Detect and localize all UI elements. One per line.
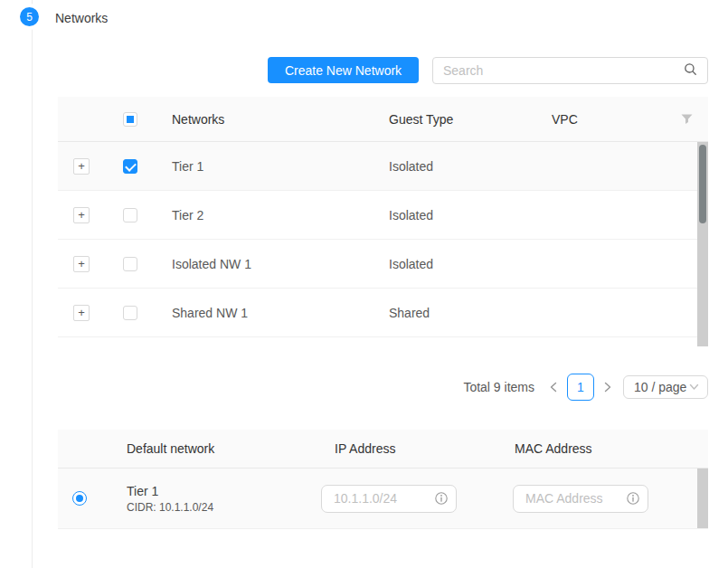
- info-icon: [435, 492, 448, 505]
- ip-address-input[interactable]: [334, 491, 435, 506]
- network-name-cell: Tier 1: [156, 159, 383, 174]
- column-header-guest-type: Guest Type: [383, 112, 539, 127]
- chevron-left-icon: [549, 382, 558, 393]
- pagination-total: Total 9 items: [463, 380, 534, 394]
- default-network-table-header: Default network IP Address MAC Address: [58, 430, 708, 469]
- table-scrollbar[interactable]: [697, 142, 708, 346]
- chevron-down-icon: [689, 383, 699, 391]
- column-header-ip-address: IP Address: [321, 441, 513, 456]
- pagination-next-button[interactable]: [601, 374, 614, 401]
- expand-row-button[interactable]: +: [73, 256, 90, 272]
- guest-type-cell: Shared: [383, 306, 539, 320]
- table-scrollbar[interactable]: [697, 469, 708, 528]
- pagination: Total 9 items 1 10 / page: [463, 374, 708, 401]
- default-network-row[interactable]: Tier 1 CIDR: 10.1.1.0/24: [58, 469, 708, 529]
- filter-funnel-icon: [681, 114, 693, 125]
- network-name-cell: Shared NW 1: [156, 306, 383, 320]
- ip-address-field[interactable]: [321, 485, 457, 513]
- select-all-checkbox[interactable]: [123, 112, 137, 127]
- table-row[interactable]: + Shared NW 1 Shared: [58, 289, 697, 337]
- step-number-badge: 5: [20, 7, 39, 26]
- search-box[interactable]: [432, 57, 708, 84]
- guest-type-cell: Isolated: [383, 208, 539, 222]
- pagination-prev-button[interactable]: [547, 374, 560, 401]
- scrollbar-thumb[interactable]: [699, 145, 706, 223]
- guest-type-cell: Isolated: [383, 257, 539, 271]
- wizard-step-line: [32, 0, 33, 568]
- network-name-cell: Tier 2: [156, 208, 383, 222]
- search-input[interactable]: [443, 63, 684, 78]
- page-size-select[interactable]: 10 / page: [623, 375, 708, 399]
- row-checkbox[interactable]: [123, 159, 137, 174]
- networks-table-header: Networks Guest Type VPC: [58, 97, 708, 142]
- network-name-cell: Isolated NW 1: [156, 257, 383, 271]
- column-header-networks: Networks: [156, 112, 383, 127]
- networks-table: Networks Guest Type VPC + Tier 1 Isolate…: [58, 97, 708, 346]
- default-network-cidr: CIDR: 10.1.1.0/24: [127, 501, 321, 514]
- chevron-right-icon: [603, 382, 612, 393]
- column-header-default-network: Default network: [127, 441, 321, 456]
- default-network-radio[interactable]: [72, 491, 87, 506]
- network-step-page: 5 Networks Create New Network Networks G…: [0, 0, 728, 568]
- mac-address-input[interactable]: [525, 491, 627, 506]
- table-row[interactable]: + Isolated NW 1 Isolated: [58, 240, 697, 289]
- step-number: 5: [26, 11, 33, 24]
- table-row[interactable]: + Tier 2 Isolated: [58, 191, 697, 240]
- mac-address-field[interactable]: [513, 485, 648, 513]
- default-network-name: Tier 1: [127, 484, 321, 498]
- column-header-mac-address: MAC Address: [513, 441, 708, 456]
- create-network-button[interactable]: Create New Network: [268, 57, 419, 83]
- default-network-table: Default network IP Address MAC Address T…: [58, 430, 708, 529]
- search-icon[interactable]: [684, 62, 697, 80]
- row-checkbox[interactable]: [123, 257, 137, 271]
- networks-table-body: + Tier 1 Isolated + Tier 2 Isolated + Is…: [58, 142, 708, 346]
- row-checkbox[interactable]: [123, 306, 137, 320]
- expand-row-button[interactable]: +: [73, 305, 90, 321]
- pagination-page-1[interactable]: 1: [567, 374, 594, 401]
- expand-row-button[interactable]: +: [73, 207, 90, 223]
- guest-type-cell: Isolated: [383, 159, 539, 174]
- column-header-vpc: VPC: [539, 112, 669, 127]
- page-size-value: 10 / page: [634, 380, 686, 394]
- expand-row-button[interactable]: +: [73, 158, 90, 175]
- step-title: Networks: [55, 11, 108, 25]
- vpc-filter-button[interactable]: [669, 114, 704, 125]
- row-checkbox[interactable]: [123, 208, 137, 222]
- table-row[interactable]: + Tier 1 Isolated: [58, 142, 697, 191]
- info-icon: [627, 492, 639, 505]
